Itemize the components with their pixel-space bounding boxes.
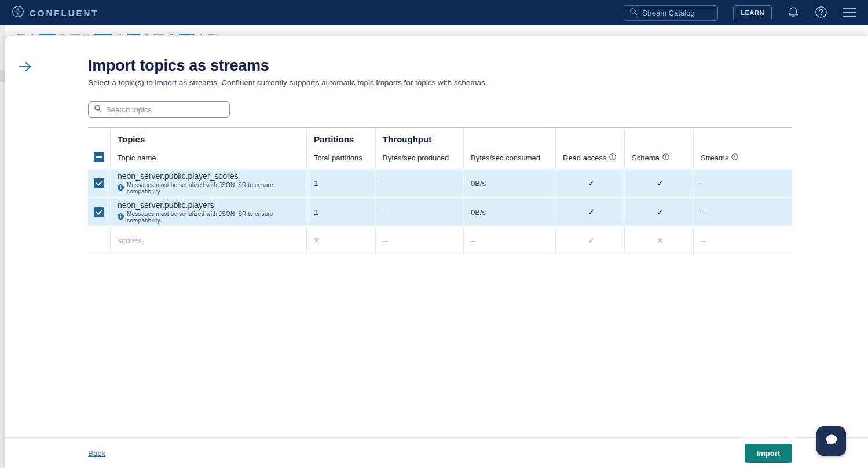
row-checkbox[interactable]	[94, 178, 104, 188]
topic-search-box[interactable]	[88, 101, 230, 118]
help-button[interactable]	[815, 6, 827, 20]
row-checkbox[interactable]	[94, 207, 104, 217]
column-header-read-access: Read access	[555, 128, 624, 169]
info-filled-icon	[118, 184, 124, 192]
info-icon[interactable]	[609, 153, 616, 162]
hamburger-menu-icon	[843, 8, 856, 17]
confluent-logo-icon	[12, 5, 24, 20]
background-page-edge	[0, 25, 5, 468]
column-header-streams: Streams	[693, 128, 792, 169]
cell-bytes-consumed: 0B/s	[463, 198, 555, 226]
page-subtitle: Select a topic(s) to import as streams. …	[88, 78, 792, 87]
cell-bytes-consumed: --	[463, 227, 555, 254]
notifications-button[interactable]	[787, 6, 800, 20]
column-header-schema: Schema	[624, 128, 693, 169]
topic-name: neon_server.public.players	[118, 201, 214, 210]
import-button[interactable]: Import	[745, 444, 792, 463]
schema-check-icon: ✓	[632, 207, 688, 217]
topic-compatibility-note: Messages must be serialized with JSON_SR…	[118, 182, 302, 195]
cell-streams: --	[693, 169, 792, 197]
info-icon[interactable]	[731, 153, 738, 162]
select-all-checkbox[interactable]	[94, 152, 104, 162]
import-topics-panel: Import topics as streams Select a topic(…	[5, 36, 868, 468]
topic-name: neon_server.public.player_scores	[118, 172, 239, 181]
topic-name: scores	[118, 236, 141, 245]
brand-name: CONFLUENT	[30, 8, 99, 18]
table-header-row: Topics Topic name Partitions Total parti…	[88, 127, 792, 169]
back-link[interactable]: Back	[88, 449, 105, 458]
read-access-check-icon: ✓	[563, 207, 620, 217]
cell-streams: --	[693, 198, 792, 226]
column-header-total-partitions: Partitions Total partitions	[306, 128, 375, 169]
collapse-panel-button[interactable]	[17, 59, 32, 74]
topics-table: Topics Topic name Partitions Total parti…	[88, 127, 792, 254]
info-filled-icon	[118, 213, 124, 221]
column-header-bytes-produced: Throughput Bytes/sec produced	[375, 128, 463, 169]
cell-partitions: 3	[306, 227, 375, 254]
search-icon	[629, 8, 638, 18]
panel-footer: Back Import	[5, 437, 868, 468]
cell-bytes-produced: --	[375, 169, 463, 197]
main-menu-button[interactable]	[843, 8, 856, 17]
learn-button[interactable]: LEARN	[733, 5, 772, 20]
schema-cross-icon: ✕	[632, 236, 688, 245]
table-row-disabled: scores 3 -- -- ✓ ✕ --	[88, 227, 792, 254]
search-icon	[94, 104, 102, 115]
stream-catalog-search[interactable]	[624, 5, 718, 21]
bell-icon	[787, 6, 800, 20]
confluent-brand-link[interactable]: CONFLUENT	[12, 5, 99, 20]
column-header-topic-name: Topics Topic name	[110, 128, 306, 169]
info-icon[interactable]	[662, 153, 669, 162]
arrow-right-icon	[17, 67, 32, 76]
stream-catalog-search-input[interactable]	[642, 9, 712, 17]
cell-bytes-produced: --	[375, 198, 463, 226]
collapsed-sidebar-edge	[0, 70, 5, 82]
column-header-bytes-consumed: Bytes/sec consumed	[463, 128, 555, 169]
breadcrumb-clipped	[0, 25, 868, 36]
topic-search-input[interactable]	[106, 105, 224, 114]
schema-check-icon: ✓	[632, 178, 688, 188]
cell-partitions: 1	[306, 169, 375, 197]
cell-bytes-consumed: 0B/s	[463, 169, 555, 197]
read-access-check-icon: ✓	[563, 178, 620, 188]
page-title: Import topics as streams	[88, 57, 792, 75]
table-row[interactable]: neon_server.public.players Messages must…	[88, 198, 792, 227]
top-navigation-bar: CONFLUENT LEARN	[0, 0, 868, 25]
chat-bubble-icon	[823, 432, 840, 450]
question-circle-icon	[815, 6, 827, 20]
cell-partitions: 1	[306, 198, 375, 226]
row-checkbox-placeholder	[88, 227, 110, 254]
chat-support-button[interactable]	[816, 426, 846, 456]
table-row[interactable]: neon_server.public.player_scores Message…	[88, 169, 792, 198]
topic-compatibility-note: Messages must be serialized with JSON_SR…	[118, 211, 302, 224]
cell-streams: --	[693, 227, 792, 254]
cell-bytes-produced: --	[375, 227, 463, 254]
read-access-check-icon: ✓	[563, 236, 620, 245]
